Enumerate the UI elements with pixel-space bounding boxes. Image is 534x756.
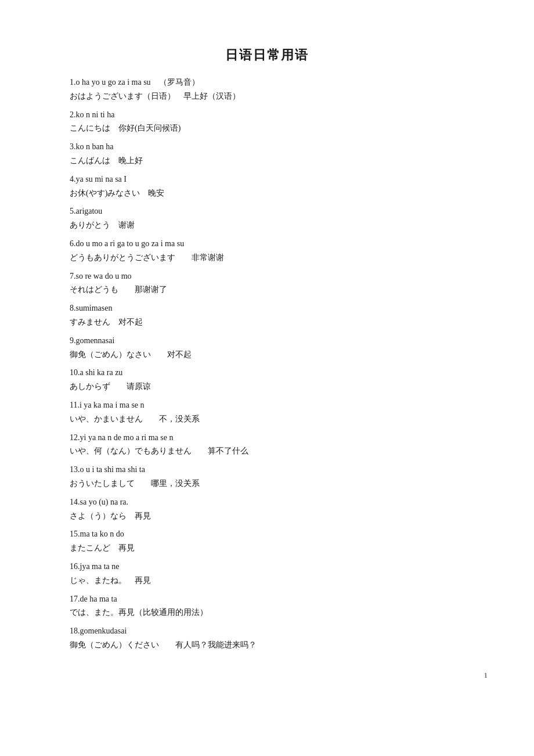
japanese-line: どうもありがとうございます 非常谢谢	[70, 251, 464, 265]
japanese-line: じゃ、またね。 再見	[70, 574, 464, 588]
japanese-line: 御免（ごめん）ください 有人吗？我能进来吗？	[70, 638, 464, 652]
list-item: 1.o ha yo u go za i ma su （罗马音）おはようございます…	[70, 75, 464, 103]
japanese-line: 御免（ごめん）なさい 对不起	[70, 348, 464, 362]
list-item: 11.i ya ka ma i ma se nいや、かまいません 不，没关系	[70, 398, 464, 426]
romanji-line: 4.ya su mi na sa I	[70, 172, 464, 186]
romanji-line: 18.gomenkudasai	[70, 624, 464, 638]
romanji-line: 3.ko n ban ha	[70, 140, 464, 154]
japanese-line: いや、かまいません 不，没关系	[70, 412, 464, 426]
entries-container: 1.o ha yo u go za i ma su （罗马音）おはようございます…	[70, 75, 464, 652]
page-number: 1	[484, 671, 488, 680]
japanese-line: おういたしまして 哪里，没关系	[70, 477, 464, 491]
romanji-line: 15.ma ta ko n do	[70, 527, 464, 541]
romanji-line: 12.yi ya na n de mo a ri ma se n	[70, 431, 464, 445]
japanese-line: いや、何（なん）でもありません 算不了什么	[70, 444, 464, 458]
romanji-line: 1.o ha yo u go za i ma su （罗马音）	[70, 75, 464, 89]
list-item: 14.sa yo (u) na ra.さよ（う）なら 再見	[70, 495, 464, 523]
list-item: 16.jya ma ta neじゃ、またね。 再見	[70, 560, 464, 588]
list-item: 15.ma ta ko n doまたこんど 再見	[70, 527, 464, 555]
list-item: 7.so re wa do u moそれはどうも 那谢谢了	[70, 269, 464, 297]
list-item: 6.do u mo a ri ga to u go za i ma suどうもあ…	[70, 237, 464, 265]
japanese-line: ありがとう 谢谢	[70, 218, 464, 232]
list-item: 13.o u i ta shi ma shi taおういたしまして 哪里，没关系	[70, 463, 464, 491]
romanji-line: 10.a shi ka ra zu	[70, 366, 464, 380]
japanese-line: お休(やす)みなさい 晚安	[70, 186, 464, 200]
page: 日语日常用语 1.o ha yo u go za i ma su （罗马音）おは…	[0, 0, 534, 703]
romanji-line: 8.sumimasen	[70, 301, 464, 315]
list-item: 17.de ha ma taでは、また。再見（比较通用的用法）	[70, 592, 464, 620]
page-title: 日语日常用语	[70, 46, 464, 64]
romanji-line: 17.de ha ma ta	[70, 592, 464, 606]
list-item: 5.arigatouありがとう 谢谢	[70, 204, 464, 232]
japanese-line: またこんど 再見	[70, 541, 464, 555]
japanese-line: それはどうも 那谢谢了	[70, 283, 464, 297]
romanji-line: 2.ko n ni ti ha	[70, 108, 464, 122]
japanese-line: おはようございます（日语） 早上好（汉语）	[70, 89, 464, 103]
japanese-line: あしからず 请原谅	[70, 380, 464, 394]
romanji-line: 6.do u mo a ri ga to u go za i ma su	[70, 237, 464, 251]
romanji-line: 7.so re wa do u mo	[70, 269, 464, 283]
romanji-line: 16.jya ma ta ne	[70, 560, 464, 574]
japanese-line: では、また。再見（比较通用的用法）	[70, 606, 464, 620]
romanji-line: 13.o u i ta shi ma shi ta	[70, 463, 464, 477]
romanji-line: 9.gomennasai	[70, 334, 464, 348]
list-item: 3.ko n ban haこんばんは 晚上好	[70, 140, 464, 168]
list-item: 10.a shi ka ra zuあしからず 请原谅	[70, 366, 464, 394]
list-item: 2.ko n ni ti haこんにちは 你好(白天问候语)	[70, 108, 464, 136]
japanese-line: さよ（う）なら 再見	[70, 509, 464, 523]
list-item: 12.yi ya na n de mo a ri ma se nいや、何（なん）…	[70, 431, 464, 459]
romanji-line: 11.i ya ka ma i ma se n	[70, 398, 464, 412]
japanese-line: すみません 对不起	[70, 315, 464, 329]
romanji-line: 5.arigatou	[70, 204, 464, 218]
list-item: 8.sumimasenすみません 对不起	[70, 301, 464, 329]
list-item: 18.gomenkudasai御免（ごめん）ください 有人吗？我能进来吗？	[70, 624, 464, 652]
japanese-line: こんばんは 晚上好	[70, 154, 464, 168]
list-item: 4.ya su mi na sa Iお休(やす)みなさい 晚安	[70, 172, 464, 200]
japanese-line: こんにちは 你好(白天问候语)	[70, 121, 464, 135]
list-item: 9.gomennasai御免（ごめん）なさい 对不起	[70, 334, 464, 362]
romanji-line: 14.sa yo (u) na ra.	[70, 495, 464, 509]
